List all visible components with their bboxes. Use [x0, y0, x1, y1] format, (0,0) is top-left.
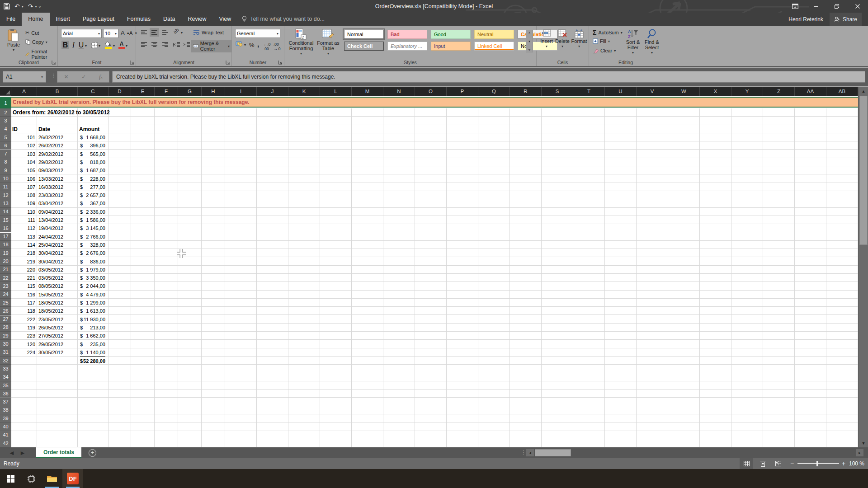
cell-date-row24[interactable]: 15/05/2012 [38, 291, 77, 299]
copy-button[interactable]: Copy▾ [25, 39, 47, 45]
cell-date-row6[interactable]: 26/02/2012 [38, 141, 77, 150]
row-header-16[interactable]: 16 [0, 224, 11, 232]
orientation-icon[interactable]: ab [172, 27, 180, 34]
style-chip-bad[interactable]: Bad [387, 30, 427, 39]
cell-date-row22[interactable]: 03/05/2012 [38, 274, 77, 282]
tab-data[interactable]: Data [157, 13, 181, 26]
cell-amount-row6[interactable]: $396,00 [80, 141, 105, 150]
cell-date-row16[interactable]: 19/04/2012 [38, 224, 77, 232]
tab-home[interactable]: Home [22, 13, 49, 26]
column-header-E[interactable]: E [131, 87, 155, 96]
row-header-2[interactable]: 2 [0, 108, 11, 117]
cell-amount-row5[interactable]: $1 668,00 [80, 133, 105, 141]
cell-id-row14[interactable]: 110 [12, 208, 35, 216]
percent-style-icon[interactable]: % [249, 42, 255, 48]
insert-function-icon[interactable]: fx [99, 73, 103, 80]
styles-gallery-down-icon[interactable]: ▾ [528, 39, 530, 43]
style-chip-check-cell[interactable]: Check Cell [344, 42, 384, 51]
cut-button[interactable]: ✂Cut [25, 30, 39, 36]
align-bottom-icon[interactable] [162, 30, 169, 35]
cell-amount-row24[interactable]: $4 479,00 [80, 291, 105, 299]
column-header-S[interactable]: S [542, 87, 573, 96]
style-chip-neutral[interactable]: Neutral [474, 30, 514, 39]
cell-id-row29[interactable]: 223 [12, 332, 35, 340]
column-header-T[interactable]: T [573, 87, 605, 96]
row-header-35[interactable]: 35 [0, 381, 11, 389]
tell-me-box[interactable]: Tell me what you want to do... [237, 13, 325, 26]
row-header-11[interactable]: 11 [0, 183, 11, 191]
page-break-view-button[interactable] [771, 458, 785, 469]
insert-cells-button[interactable]: Insert▾ [539, 29, 554, 49]
cell-amount-row22[interactable]: $3 350,00 [80, 274, 105, 282]
accounting-format-icon[interactable] [236, 41, 243, 47]
cell-amount-row26[interactable]: $1 613,00 [80, 307, 105, 315]
cell-date-row27[interactable]: 23/05/2012 [38, 315, 77, 324]
style-chip-input[interactable]: Input [431, 42, 471, 51]
vertical-scrollbar[interactable]: ▲ ▼ [858, 87, 868, 447]
row-header-40[interactable]: 40 [0, 422, 11, 431]
row-header-23[interactable]: 23 [0, 282, 11, 290]
share-button[interactable]: Share [830, 13, 862, 26]
find-select-button[interactable]: Find & Select▾ [642, 28, 661, 56]
bold-button[interactable]: B [61, 41, 69, 49]
row-header-8[interactable]: 8 [0, 158, 11, 166]
column-header-J[interactable]: J [257, 87, 288, 96]
alignment-dialog-launcher-icon[interactable] [226, 60, 230, 65]
cell-id-row19[interactable]: 218 [12, 249, 35, 257]
row-header-13[interactable]: 13 [0, 199, 11, 207]
cell-header-date[interactable]: Date [38, 125, 77, 133]
column-header-C[interactable]: C [78, 87, 108, 96]
align-middle-icon[interactable] [150, 28, 159, 37]
number-dialog-launcher-icon[interactable] [278, 60, 283, 65]
cell-amount-row11[interactable]: $277,00 [80, 183, 105, 191]
tabbar-splitter-icon[interactable]: ⋮ [521, 449, 526, 455]
cell-id-row30[interactable]: 120 [12, 340, 35, 348]
merge-center-button[interactable]: Merge & Center▾ [191, 40, 231, 52]
column-header-D[interactable]: D [108, 87, 131, 96]
cell-id-row16[interactable]: 112 [12, 224, 35, 232]
increase-indent-icon[interactable] [183, 42, 190, 47]
row-header-4[interactable]: 4 [0, 125, 11, 133]
minimize-button[interactable] [806, 0, 826, 13]
row-header-5[interactable]: 5 [0, 133, 11, 141]
cell-amount-row31[interactable]: $1 140,00 [80, 348, 105, 357]
row-header-34[interactable]: 34 [0, 373, 11, 381]
zoom-slider-thumb[interactable] [816, 461, 818, 466]
row-header-12[interactable]: 12 [0, 191, 11, 199]
column-header-H[interactable]: H [202, 87, 225, 96]
cell-date-row13[interactable]: 03/04/2012 [38, 199, 77, 207]
cell-id-row25[interactable]: 117 [12, 299, 35, 307]
cell-amount-row14[interactable]: $2 336,00 [80, 208, 105, 216]
ribbon-display-options-icon[interactable] [785, 0, 806, 13]
sheet-nav-left-icon[interactable]: ◀ [6, 447, 17, 458]
name-box[interactable]: A1▾ [3, 71, 46, 83]
cell-amount-row15[interactable]: $1 586,00 [80, 216, 105, 224]
cell-id-row15[interactable]: 111 [12, 216, 35, 224]
cell-amount-row30[interactable]: $235,00 [80, 340, 105, 348]
zoom-slider-track[interactable] [797, 463, 839, 464]
increase-font-icon[interactable]: A▲ [121, 29, 130, 36]
column-header-V[interactable]: V [637, 87, 668, 96]
wrap-text-button[interactable]: Wrap Text [193, 30, 224, 35]
row-header-38[interactable]: 38 [0, 406, 11, 414]
cell-date-row23[interactable]: 08/05/2012 [38, 282, 77, 290]
cell-date-row28[interactable]: 26/05/2012 [38, 324, 77, 332]
cell-date-row17[interactable]: 24/04/2012 [38, 233, 77, 241]
row-header-37[interactable]: 37 [0, 398, 11, 406]
cancel-icon[interactable]: ✕ [64, 74, 68, 80]
font-size-select[interactable]: 10▾ [103, 29, 118, 38]
increase-decimal-icon[interactable]: ←.0.00 [264, 42, 271, 51]
delete-cells-button[interactable]: Delete▾ [555, 29, 570, 49]
orientation-dropdown-icon[interactable]: ▾ [181, 31, 183, 35]
close-button[interactable] [847, 0, 868, 13]
row-header-20[interactable]: 20 [0, 257, 11, 265]
cell-header-amount[interactable]: Amount [79, 125, 108, 133]
hscroll-left-icon[interactable]: ◂ [526, 449, 534, 456]
font-color-button[interactable]: A [118, 41, 125, 49]
cell-amount-row7[interactable]: $565,00 [80, 150, 105, 158]
cell-date-row20[interactable]: 30/04/2012 [38, 257, 77, 265]
user-name[interactable]: Henri Reterink [788, 16, 823, 23]
hscroll-right-icon[interactable]: ▸ [856, 449, 863, 456]
row-header-28[interactable]: 28 [0, 324, 11, 332]
column-header-K[interactable]: K [288, 87, 320, 96]
